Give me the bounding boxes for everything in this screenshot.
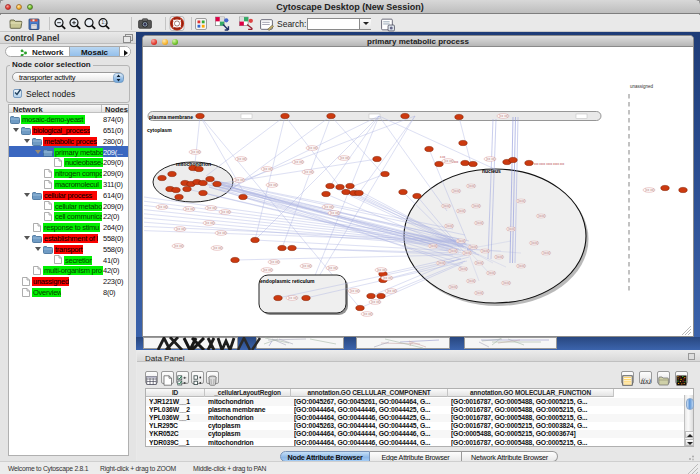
svg-text:(xx xx): (xx xx)	[263, 268, 272, 272]
svg-text:(xx xx): (xx xx)	[191, 150, 200, 154]
svg-text:(xxxx): (xxxx)	[538, 214, 546, 218]
svg-text:(xx xx): (xx xx)	[158, 205, 167, 209]
svg-text:(xx xx): (xx xx)	[263, 167, 272, 171]
svg-text:(xxxx): (xxxx)	[470, 245, 478, 249]
svg-text:f(x): f(x)	[641, 377, 651, 385]
svg-text:(xxxx): (xxxx)	[458, 209, 466, 213]
svg-text:(xx xx): (xx xx)	[444, 159, 453, 163]
svg-text:(xxxx): (xxxx)	[464, 251, 472, 255]
svg-text:(xx xx): (xx xx)	[308, 146, 317, 150]
svg-text:unassigned: unassigned	[630, 84, 654, 89]
svg-text:(xx xx): (xx xx)	[237, 157, 246, 161]
svg-text:(xx xx): (xx xx)	[377, 268, 386, 272]
svg-text:(xx xx): (xx xx)	[363, 312, 372, 316]
svg-text:(xx xx): (xx xx)	[645, 188, 654, 192]
svg-text:(xxxx): (xxxx)	[458, 239, 466, 243]
svg-text:(xx xx): (xx xx)	[302, 264, 311, 268]
svg-text:(xxxx): (xxxx)	[460, 267, 468, 271]
svg-text:(xxxx): (xxxx)	[476, 221, 484, 225]
svg-text:(xx xx): (xx xx)	[270, 260, 279, 264]
svg-text:(xxxx): (xxxx)	[488, 271, 496, 275]
svg-text:(xx xx): (xx xx)	[174, 244, 183, 248]
svg-text:(xxxx): (xxxx)	[450, 285, 458, 289]
svg-text:plasma membrane: plasma membrane	[149, 114, 193, 120]
svg-text:(xxxx): (xxxx)	[508, 227, 516, 231]
svg-text:(xx xx): (xx xx)	[294, 160, 303, 164]
svg-text:(xxxx): (xxxx)	[443, 204, 451, 208]
svg-text:(xxxx): (xxxx)	[482, 249, 490, 253]
svg-text:(xxxx): (xxxx)	[518, 264, 526, 268]
svg-text:cytoplasm: cytoplasm	[147, 127, 172, 133]
svg-text:(xxxx): (xxxx)	[496, 255, 504, 259]
svg-text:(xxxx): (xxxx)	[468, 279, 476, 283]
svg-text:(xx xx): (xx xx)	[383, 276, 392, 280]
svg-text:(xx xx): (xx xx)	[217, 231, 226, 235]
svg-text:(xx xx): (xx xx)	[324, 205, 333, 209]
svg-text:(xxxx): (xxxx)	[476, 291, 484, 295]
svg-text:(xx xx): (xx xx)	[340, 156, 349, 160]
svg-text:(xxxx): (xxxx)	[503, 281, 511, 285]
svg-text:(xx xx): (xx xx)	[350, 289, 359, 293]
svg-text:(xxxx): (xxxx)	[473, 204, 481, 208]
svg-text:(xx xx): (xx xx)	[235, 178, 244, 182]
svg-text:(xx xx): (xx xx)	[268, 183, 277, 187]
svg-text:(xx xx): (xx xx)	[371, 300, 380, 304]
svg-text:xxx xxxx xxxx xxxx xxx: xxx xxxx xxxx xxxx xxx	[534, 162, 565, 166]
svg-text:(xxxx): (xxxx)	[468, 184, 476, 188]
svg-text:(xxxx): (xxxx)	[453, 189, 461, 193]
svg-text:(xx xx): (xx xx)	[486, 157, 495, 161]
svg-text:(xx xx): (xx xx)	[330, 211, 339, 215]
svg-text:nucleus: nucleus	[482, 168, 501, 174]
svg-text:(xx xx): (xx xx)	[304, 170, 313, 174]
svg-text:(xx xx): (xx xx)	[205, 221, 214, 225]
svg-text:1:1: 1:1	[102, 20, 109, 25]
svg-text:(xx xx): (xx xx)	[387, 289, 396, 293]
svg-text:(xx xx): (xx xx)	[213, 246, 222, 250]
svg-text:(xxxx): (xxxx)	[446, 224, 454, 228]
svg-text:(xx xx): (xx xx)	[207, 206, 216, 210]
svg-text:(xx xx): (xx xx)	[288, 296, 297, 300]
svg-text:(xx xx): (xx xx)	[176, 227, 185, 231]
svg-text:(xxxx): (xxxx)	[430, 244, 438, 248]
svg-text:(xxxx): (xxxx)	[450, 249, 458, 253]
svg-text:(xxxx): (xxxx)	[531, 241, 539, 245]
svg-text:(xxxx): (xxxx)	[438, 261, 446, 265]
svg-text:(xxxx): (xxxx)	[543, 251, 551, 255]
svg-text:endoplasmic reticulum: endoplasmic reticulum	[260, 278, 315, 284]
svg-text:(xxxx): (xxxx)	[476, 261, 484, 265]
svg-text:(xxxx): (xxxx)	[518, 199, 526, 203]
svg-text:(xx xx): (xx xx)	[328, 266, 337, 270]
svg-text:(xx xx): (xx xx)	[185, 207, 194, 211]
svg-text:(xx xx): (xx xx)	[499, 114, 508, 118]
svg-text:(xx xx): (xx xx)	[221, 210, 230, 214]
